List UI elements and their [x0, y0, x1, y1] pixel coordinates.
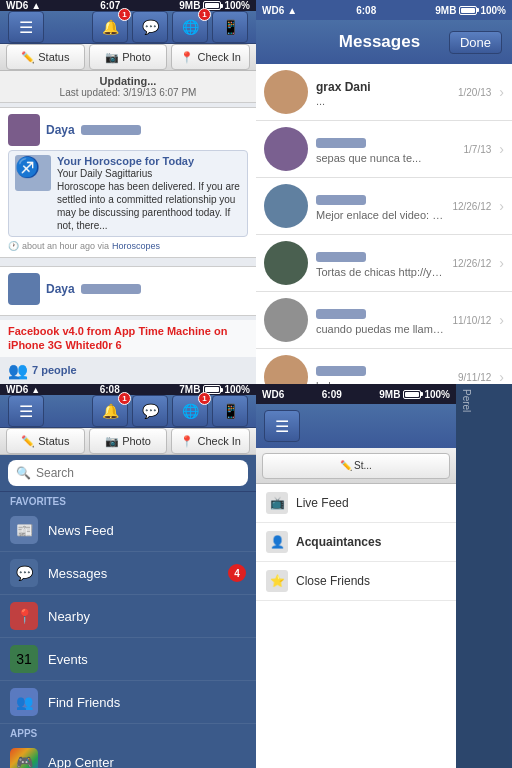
search-icon: 🔍 — [16, 466, 31, 480]
menu-btn-q4[interactable]: ☰ — [264, 410, 300, 442]
menu-badge-fav-1: 4 — [228, 564, 246, 582]
favorites-item-3[interactable]: 31 Events — [0, 638, 256, 681]
notifications-button-q1[interactable]: 🔔 1 — [92, 11, 128, 43]
menu-icon-fav-0: 📰 — [10, 516, 38, 544]
sidebar-item-1[interactable]: 👤 Acquaintances — [256, 523, 456, 562]
apps-item-0[interactable]: 🎮 App Center — [0, 741, 256, 768]
quadrant-newsfeed: WD6 ▲ 6:07 9MB 100% ☰ 🔔 1 💬 — [0, 0, 256, 384]
menu-button-q1[interactable]: ☰ — [8, 11, 44, 43]
msg-avatar-4 — [264, 298, 308, 342]
message-item-4[interactable]: cuando puedas me llamas... 11/10/12 › — [256, 292, 512, 349]
msg-date-3: 12/26/12 — [452, 258, 491, 269]
hamburger-icon-q4: ☰ — [275, 417, 289, 436]
phone-icon: 📱 — [222, 19, 239, 35]
msg-name: grax Dani — [316, 80, 371, 94]
message-item-0[interactable]: grax Dani ... 1/20/13 › — [256, 64, 512, 121]
photo-btn-q3[interactable]: 📷 Photo — [89, 428, 168, 454]
status-btn-q4[interactable]: ✏️ St... — [262, 453, 450, 479]
battery-q2 — [459, 6, 477, 15]
horoscope-content: Your Horoscope for Today Your Daily Sagi… — [57, 155, 241, 232]
message-item-3[interactable]: Tortas de chicas http://youtu.be/G... 12… — [256, 235, 512, 292]
sidebar-items-list: 📺 Live Feed 👤 Acquaintances ⭐ Close Frie… — [256, 484, 456, 601]
search-box[interactable]: 🔍 — [8, 460, 248, 486]
avatar-daya2 — [8, 273, 40, 305]
action-bar-q1: ✏️ Status 📷 Photo 📍 Check In — [0, 44, 256, 71]
action-bar-q4: ✏️ St... — [256, 448, 456, 484]
navbar-q3: ☰ 🔔 1 💬 🌐 1 📱 — [0, 395, 256, 428]
wifi-icon-q1: ▲ — [31, 0, 41, 11]
message-item-2[interactable]: Mejor enlace del video: http://yout... 1… — [256, 178, 512, 235]
overlay-fade[interactable]: Perel — [456, 384, 512, 768]
globe-button-q3[interactable]: 🌐 1 — [172, 395, 208, 427]
msg-button-q3[interactable]: 💬 — [132, 395, 168, 427]
message-item-1[interactable]: sepas que nunca te... 1/7/13 › — [256, 121, 512, 178]
people-bar[interactable]: 👥 7 people — [0, 357, 256, 384]
location-icon-q3: 📍 — [180, 435, 194, 448]
favorites-item-1[interactable]: 💬 Messages 4 — [0, 552, 256, 595]
time-q4: 6:09 — [322, 389, 342, 400]
done-button[interactable]: Done — [449, 31, 502, 54]
msg-name-blurred — [316, 194, 366, 208]
camera-icon: 📷 — [105, 51, 119, 64]
msg-avatar-5 — [264, 355, 308, 384]
menu-button-q3[interactable]: ☰ — [8, 395, 44, 427]
sidebar-item-0[interactable]: 📺 Live Feed — [256, 484, 456, 523]
phone-button-q3[interactable]: 📱 — [212, 395, 248, 427]
msg-date-4: 11/10/12 — [452, 315, 491, 326]
message-item-5[interactable]: hola 9/11/12 › — [256, 349, 512, 384]
photo-label-q3: Photo — [122, 435, 151, 447]
msg-avatar-0 — [264, 70, 308, 114]
post-via: Horoscopes — [112, 241, 160, 251]
post-footer-text: about an hour ago via — [22, 241, 109, 251]
msg-info-1: sepas que nunca te... — [316, 134, 456, 164]
location-icon: 📍 — [180, 51, 194, 64]
updating-subtitle: Last updated: 3/19/13 6:07 PM — [4, 87, 252, 98]
chevron-right-icon-0: › — [499, 84, 504, 100]
msg-name-blurred — [316, 308, 366, 322]
msg-name-blurred — [316, 251, 366, 265]
msg-preview-0: ... — [316, 95, 450, 107]
favorites-item-2[interactable]: 📍 Nearby — [0, 595, 256, 638]
status-btn-q3[interactable]: ✏️ Status — [6, 428, 85, 454]
notif-button-q3[interactable]: 🔔 1 — [92, 395, 128, 427]
chevron-right-icon-4: › — [499, 312, 504, 328]
msg-preview-1: sepas que nunca te... — [316, 152, 456, 164]
message-icon: 💬 — [142, 19, 159, 35]
checkin-label-q3: Check In — [197, 435, 240, 447]
post-name-2: Daya — [46, 282, 75, 296]
notif-badge-q3: 1 — [118, 392, 131, 405]
horoscope-box[interactable]: ♐ Your Horoscope for Today Your Daily Sa… — [8, 150, 248, 237]
favorites-item-0[interactable]: 📰 News Feed — [0, 509, 256, 552]
msg-date-1: 1/7/13 — [464, 144, 492, 155]
status-bar-q4: WD6 6:09 9MB 100% — [256, 384, 456, 404]
signal-q2: WD6 — [262, 5, 284, 16]
data-q4: 9MB — [379, 389, 400, 400]
photo-button-q1[interactable]: 📷 Photo — [89, 44, 168, 70]
msg-info-3: Tortas de chicas http://youtu.be/G... — [316, 248, 444, 278]
time-q3: 6:08 — [100, 384, 120, 395]
sidebar-item-2[interactable]: ⭐ Close Friends — [256, 562, 456, 601]
horoscope-image: ♐ — [15, 155, 51, 191]
people-icon: 👥 — [8, 361, 28, 380]
msg-date-0: 1/20/13 — [458, 87, 491, 98]
messages-button-q1[interactable]: 💬 — [132, 11, 168, 43]
menu-icon-fav-4: 👥 — [10, 688, 38, 716]
status-bar-q2: WD6 ▲ 6:08 9MB 100% — [256, 0, 512, 20]
checkin-button-q1[interactable]: 📍 Check In — [171, 44, 250, 70]
quadrant-messages: WD6 ▲ 6:08 9MB 100% Messages Done grax D… — [256, 0, 512, 384]
favorites-item-4[interactable]: 👥 Find Friends — [0, 681, 256, 724]
menu-icon-app-0: 🎮 — [10, 748, 38, 768]
status-button-q1[interactable]: ✏️ Status — [6, 44, 85, 70]
hamburger-icon-q3: ☰ — [19, 402, 33, 421]
navbar-q1: ☰ 🔔 1 💬 🌐 1 📱 — [0, 11, 256, 44]
msg-avatar-2 — [264, 184, 308, 228]
menu-label-app-0: App Center — [48, 755, 246, 769]
checkin-btn-q3[interactable]: 📍 Check In — [171, 428, 250, 454]
msg-avatar-3 — [264, 241, 308, 285]
globe-button-q1[interactable]: 🌐 1 — [172, 11, 208, 43]
search-input[interactable] — [36, 466, 240, 480]
phone-button-q1[interactable]: 📱 — [212, 11, 248, 43]
chevron-right-icon-5: › — [499, 369, 504, 384]
horoscope-title: Your Horoscope for Today — [57, 155, 241, 167]
menu-icon-fav-2: 📍 — [10, 602, 38, 630]
